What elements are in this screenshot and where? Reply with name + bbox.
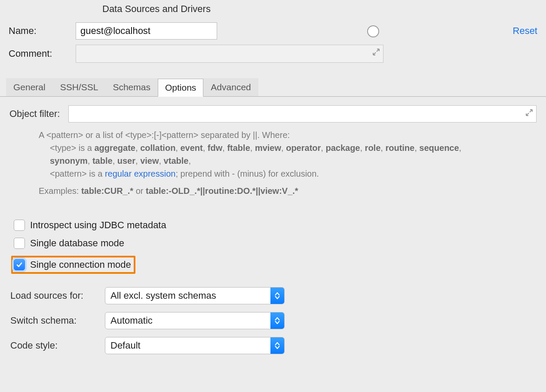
regex-link[interactable]: regular expression — [105, 169, 176, 178]
switch-schema-label: Switch schema: — [10, 315, 105, 326]
highlight-box: Single connection mode — [11, 256, 135, 274]
single-connection-label: Single connection mode — [30, 259, 131, 270]
comment-label: Comment: — [9, 48, 76, 59]
single-database-checkbox[interactable] — [14, 238, 25, 249]
expand-icon[interactable] — [525, 108, 534, 119]
code-style-select[interactable]: Default — [105, 337, 285, 354]
color-picker-icon[interactable] — [367, 25, 379, 37]
introspect-jdbc-checkbox[interactable] — [14, 220, 25, 231]
switch-schema-select[interactable]: Automatic — [105, 312, 285, 329]
tab-bar: General SSH/SSL Schemas Options Advanced — [0, 78, 546, 97]
chevron-updown-icon — [270, 312, 284, 329]
tab-ssh-ssl[interactable]: SSH/SSL — [53, 78, 106, 96]
load-sources-select[interactable]: All excl. system schemas — [105, 287, 285, 304]
tab-advanced[interactable]: Advanced — [203, 78, 258, 96]
tab-schemas[interactable]: Schemas — [105, 78, 158, 96]
code-style-label: Code style: — [10, 340, 105, 351]
window-title: Data Sources and Drivers — [0, 0, 546, 20]
single-database-label: Single database mode — [30, 238, 124, 249]
chevron-updown-icon — [270, 288, 284, 304]
reset-link[interactable]: Reset — [513, 25, 537, 37]
expand-icon[interactable] — [372, 48, 380, 58]
introspect-jdbc-label: Introspect using JDBC metadata — [30, 220, 166, 231]
name-input[interactable] — [76, 22, 217, 40]
object-filter-label: Object filter: — [9, 108, 60, 119]
tab-options[interactable]: Options — [158, 79, 203, 97]
load-sources-label: Load sources for: — [10, 290, 105, 301]
chevron-updown-icon — [270, 337, 284, 354]
object-filter-help: A <pattern> or a list of <type>:[-]<patt… — [39, 129, 537, 197]
name-label: Name: — [9, 25, 76, 37]
object-filter-input[interactable] — [68, 105, 537, 122]
tab-general[interactable]: General — [6, 78, 53, 96]
comment-input[interactable] — [76, 45, 383, 63]
single-connection-checkbox[interactable] — [14, 259, 25, 270]
